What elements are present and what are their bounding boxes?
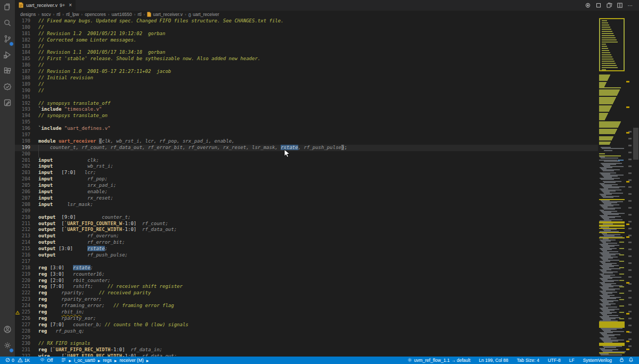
code-line[interactable]: 229 bbox=[15, 335, 598, 341]
gutter[interactable] bbox=[15, 145, 20, 151]
code-line[interactable]: 199 counter_t, rf_count, rf_data_out, rf… bbox=[15, 145, 598, 151]
gutter[interactable] bbox=[15, 296, 20, 303]
gutter[interactable] bbox=[15, 265, 20, 271]
gutter[interactable] bbox=[15, 88, 20, 94]
code-line[interactable]: 230// RX FIFO signals bbox=[15, 341, 598, 347]
code-line[interactable]: 214output rf_error_bit; bbox=[15, 239, 598, 246]
gutter[interactable] bbox=[15, 106, 20, 113]
code-line[interactable]: 206input enable; bbox=[15, 189, 598, 195]
code-line[interactable]: 189// bbox=[15, 81, 598, 88]
gutter[interactable] bbox=[15, 335, 20, 341]
code-line[interactable]: 202input wb_rst_i; bbox=[15, 163, 598, 170]
gutter[interactable] bbox=[15, 189, 20, 195]
code-line[interactable]: 219reg [3:0] rcounter16; bbox=[15, 271, 598, 278]
problems-status[interactable]: 0 1K bbox=[3, 357, 32, 364]
code-line[interactable]: 203input [7:0] lcr; bbox=[15, 170, 598, 176]
code-line[interactable]: 213output rf_overrun; bbox=[15, 233, 598, 239]
gutter[interactable] bbox=[15, 195, 20, 202]
split-editor-button[interactable] bbox=[616, 1, 624, 10]
gutter[interactable] bbox=[15, 183, 20, 189]
breadcrumb-item[interactable]: rtl bbox=[56, 12, 60, 17]
gutter[interactable] bbox=[15, 239, 20, 246]
code-line[interactable]: 216output rf_push_pulse; bbox=[15, 252, 598, 259]
code-line[interactable]: 201input clk; bbox=[15, 158, 598, 164]
gutter[interactable] bbox=[15, 31, 20, 37]
code-line[interactable]: 218reg [3:0] rstate; bbox=[15, 265, 598, 271]
code-line[interactable]: 184// Revision 1.1 2001/05/17 18:34:18 g… bbox=[15, 49, 598, 56]
code-line[interactable]: 220reg [2:0] rbit_counter; bbox=[15, 278, 598, 284]
gutter[interactable] bbox=[15, 37, 20, 44]
gutter[interactable] bbox=[15, 322, 20, 328]
more-actions-button[interactable]: ⋯ bbox=[626, 1, 635, 10]
code-line[interactable]: 190// bbox=[15, 88, 598, 94]
sidebar-item-source-control[interactable] bbox=[0, 32, 15, 48]
scrollbar-slider[interactable] bbox=[633, 128, 638, 160]
gutter[interactable] bbox=[15, 163, 20, 170]
code-editor[interactable]: 179// Fixed many bugs. Updated spec. Cha… bbox=[15, 18, 598, 357]
language-mode-status[interactable]: SystemVerilog bbox=[581, 357, 614, 364]
notifications-status[interactable] bbox=[626, 357, 636, 364]
gutter[interactable] bbox=[15, 49, 20, 56]
gutter[interactable] bbox=[15, 227, 20, 233]
connection-status[interactable]: Off bbox=[37, 357, 55, 364]
code-line[interactable]: 215output [3:0] rstate; bbox=[15, 246, 598, 252]
gutter[interactable] bbox=[15, 44, 20, 50]
code-line[interactable]: 187// Revision 1.0 2001-05-17 21:27:11+0… bbox=[15, 69, 598, 75]
code-line[interactable]: 191 bbox=[15, 94, 598, 101]
code-line[interactable]: 194// synopsys translate_on bbox=[15, 113, 598, 119]
gutter[interactable] bbox=[15, 18, 20, 24]
code-line[interactable]: 179// Fixed many bugs. Updated spec. Cha… bbox=[15, 18, 598, 24]
code-line[interactable]: 205input srx_pad_i; bbox=[15, 183, 598, 189]
code-line[interactable]: 182// Corrected some Linter messages. bbox=[15, 37, 598, 44]
gutter[interactable] bbox=[15, 132, 20, 138]
gutter[interactable] bbox=[15, 233, 20, 239]
code-line[interactable]: 186// bbox=[15, 62, 598, 69]
code-line[interactable]: 188// Initial revision bbox=[15, 75, 598, 81]
indentation-status[interactable]: Tab Size: 4 bbox=[515, 357, 542, 364]
code-line[interactable]: 224reg rframing_error; // framing error … bbox=[15, 303, 598, 309]
accounts-button[interactable] bbox=[0, 322, 15, 338]
code-line[interactable]: 185// First 'stable' release. Should be … bbox=[15, 56, 598, 62]
gutter[interactable] bbox=[15, 158, 20, 164]
breadcrumb-item[interactable]: socv bbox=[42, 12, 51, 17]
code-line[interactable]: 210output [9:0] counter_t; bbox=[15, 214, 598, 221]
gutter[interactable] bbox=[15, 341, 20, 347]
code-line[interactable]: 207input rx_reset; bbox=[15, 195, 598, 202]
gutter[interactable] bbox=[15, 259, 20, 265]
sidebar-item-search[interactable] bbox=[0, 16, 15, 32]
open-changes-button[interactable] bbox=[605, 1, 613, 10]
code-line[interactable]: 228reg rf_push_q; bbox=[15, 328, 598, 335]
sidebar-item-notebook[interactable] bbox=[0, 96, 15, 112]
gutter[interactable] bbox=[15, 221, 20, 227]
breadcrumb-item[interactable]: rtl bbox=[137, 12, 141, 17]
gutter[interactable] bbox=[15, 81, 20, 88]
code-line[interactable]: 181// Revision 1.2 2001/05/21 19:12:02 g… bbox=[15, 31, 598, 37]
gutter[interactable] bbox=[15, 347, 20, 353]
sidebar-item-run-debug[interactable] bbox=[0, 48, 15, 64]
gutter[interactable] bbox=[15, 69, 20, 75]
code-line[interactable]: 193`include "timescale.v" bbox=[15, 106, 598, 113]
breadcrumb-item[interactable]: rtl_lpw bbox=[66, 12, 79, 17]
sidebar-item-verification[interactable] bbox=[0, 80, 15, 96]
code-line[interactable]: 198module uart_receiver (clk, wb_rst_i, … bbox=[15, 138, 598, 145]
breadcrumb-item[interactable]: uart_receiver.v bbox=[147, 12, 183, 17]
gutter[interactable] bbox=[15, 113, 20, 119]
gutter[interactable] bbox=[15, 208, 20, 214]
gutter[interactable] bbox=[15, 214, 20, 221]
eol-status[interactable]: LF bbox=[567, 357, 577, 364]
gutter[interactable] bbox=[15, 271, 20, 278]
encoding-status[interactable]: UTF-8 bbox=[546, 357, 563, 364]
gutter[interactable] bbox=[15, 246, 20, 252]
gutter[interactable] bbox=[15, 75, 20, 81]
code-line[interactable]: 180// bbox=[15, 24, 598, 31]
code-line[interactable]: 231reg [`UART_FIFO_REC_WIDTH-1:0] rf_dat… bbox=[15, 347, 598, 353]
gutter[interactable] bbox=[15, 328, 20, 335]
code-line[interactable]: 200 bbox=[15, 151, 598, 158]
gutter[interactable] bbox=[15, 252, 20, 259]
gutter[interactable] bbox=[15, 101, 20, 107]
breadcrumb-item[interactable]: designs bbox=[20, 12, 36, 17]
code-line[interactable]: 221reg [7:0] rshift; // receiver shift r… bbox=[15, 284, 598, 290]
code-line[interactable]: 192// synopsys translate_off bbox=[15, 101, 598, 107]
breadcrumb-item[interactable]: opencores bbox=[85, 12, 106, 17]
gutter[interactable] bbox=[15, 24, 20, 31]
